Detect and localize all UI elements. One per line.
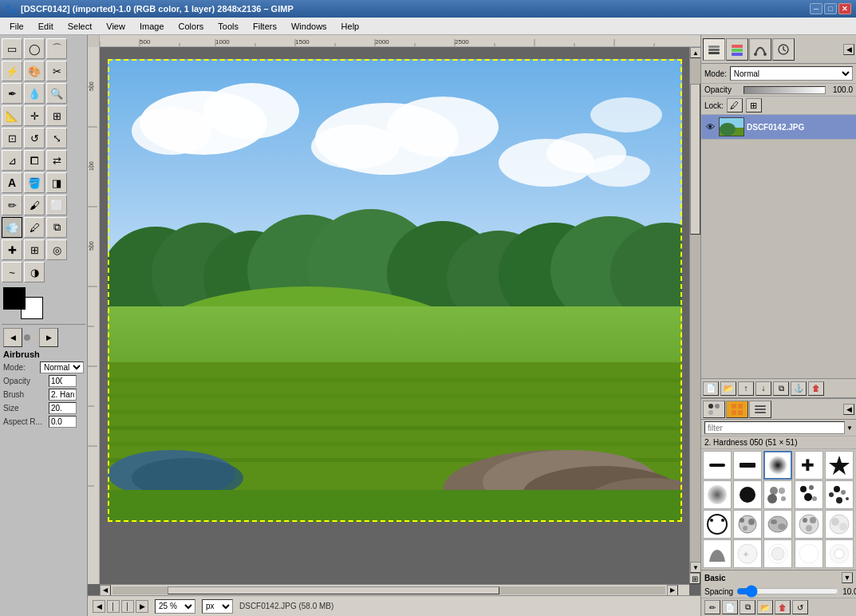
scroll-vertical-thumb[interactable] <box>690 84 700 235</box>
close-button[interactable]: ✕ <box>838 3 851 14</box>
brush-new-button[interactable]: 📄 <box>722 600 738 614</box>
tool-smudge[interactable]: ~ <box>2 262 22 282</box>
opacity-slider[interactable] <box>744 86 826 94</box>
status-nav-mid2[interactable]: │ <box>121 600 134 613</box>
brush-delete-button[interactable]: 🗑 <box>775 600 791 614</box>
layer-up-button[interactable]: ↑ <box>738 381 754 396</box>
brush-folder-button[interactable]: 📂 <box>757 600 773 614</box>
tool-crop[interactable]: ⊡ <box>2 128 22 148</box>
tool-text[interactable]: A <box>2 172 22 193</box>
scroll-horizontal-track[interactable] <box>112 586 665 594</box>
menu-windows[interactable]: Windows <box>285 20 333 33</box>
scroll-horizontal-thumb[interactable] <box>168 586 499 594</box>
tool-dodge-burn[interactable]: ◑ <box>24 262 45 282</box>
panel-expand-button[interactable]: ◀ <box>843 44 854 55</box>
tool-scissors[interactable]: ✂ <box>46 61 67 81</box>
menu-colors[interactable]: Colors <box>172 20 211 33</box>
tool-ink[interactable]: 🖊 <box>24 217 45 238</box>
brush-cell-2[interactable] <box>733 451 762 480</box>
options-dot-2[interactable] <box>31 334 37 341</box>
brush-cell-20[interactable] <box>825 539 854 568</box>
tool-color-picker[interactable]: 💧 <box>24 83 45 104</box>
lock-alpha-button[interactable]: ⊞ <box>746 98 762 113</box>
layer-new-button[interactable]: 📄 <box>703 381 719 396</box>
tool-paintbrush[interactable]: 🖌 <box>24 195 45 215</box>
mode-option-select[interactable]: Normal <box>40 361 84 373</box>
tool-zoom[interactable]: 🔍 <box>46 83 67 104</box>
menu-view[interactable]: View <box>100 20 132 33</box>
tool-perspective[interactable]: ⧠ <box>24 150 45 171</box>
brush-cell-18[interactable] <box>763 539 792 568</box>
brush-cell-11[interactable] <box>703 510 732 539</box>
brush-cell-14[interactable] <box>795 510 823 539</box>
brush-cell-15[interactable] <box>825 510 854 539</box>
brush-cell-7[interactable] <box>733 480 762 509</box>
brush-cell-3-selected[interactable] <box>763 451 792 480</box>
tool-clone[interactable]: ⧉ <box>46 217 67 238</box>
brush-dots-view-button[interactable] <box>703 401 725 418</box>
layer-open-button[interactable]: 📂 <box>720 381 736 396</box>
vertical-scrollbar[interactable]: ▲ ▼ <box>689 47 700 573</box>
tool-align[interactable]: ⊞ <box>46 105 67 126</box>
basic-expand-button[interactable]: ▼ <box>842 572 853 583</box>
tool-scale[interactable]: ⤡ <box>46 128 67 148</box>
scroll-left-button[interactable]: ◀ <box>100 585 111 596</box>
brush-option-input[interactable] <box>49 389 77 401</box>
tool-blur-sharpen[interactable]: ◎ <box>46 239 67 260</box>
units-select[interactable]: px mm in <box>202 599 233 614</box>
options-dot-1[interactable] <box>24 334 30 341</box>
foreground-color[interactable] <box>3 287 26 310</box>
layer-delete-button[interactable]: 🗑 <box>808 381 824 396</box>
brush-cell-12[interactable] <box>733 510 762 539</box>
aspect-option-input[interactable] <box>49 416 77 428</box>
tool-ellipse-select[interactable]: ◯ <box>24 38 45 59</box>
menu-filters[interactable]: Filters <box>247 20 283 33</box>
brush-orange-view-button[interactable] <box>726 401 748 418</box>
brush-filter-input[interactable] <box>704 421 845 434</box>
brush-cell-13[interactable] <box>763 510 792 539</box>
tool-rect-select[interactable]: ▭ <box>2 38 22 59</box>
menu-help[interactable]: Help <box>335 20 366 33</box>
tool-bucket[interactable]: 🪣 <box>24 172 45 193</box>
layer-down-button[interactable]: ↓ <box>755 381 771 396</box>
brush-cell-10[interactable] <box>825 480 854 509</box>
status-nav-mid1[interactable]: │ <box>107 600 120 613</box>
tool-paths[interactable]: ✒ <box>2 83 22 104</box>
options-nav-next[interactable]: ▶ <box>39 328 58 347</box>
brush-edit-button[interactable]: ✏ <box>704 600 720 614</box>
title-bar-controls[interactable]: ─ □ ✕ <box>810 3 851 14</box>
brush-cell-16[interactable] <box>703 539 732 568</box>
tool-eraser[interactable]: ⬜ <box>46 195 67 215</box>
panel-history-icon[interactable] <box>772 38 795 61</box>
horizontal-scrollbar[interactable]: ◀ ▶ <box>100 584 689 595</box>
tool-move[interactable]: ✛ <box>24 105 45 126</box>
tool-flip[interactable]: ⇄ <box>46 150 67 171</box>
brush-cell-17[interactable]: ✦ <box>733 539 762 568</box>
lock-pixels-button[interactable]: 🖊 <box>727 98 743 113</box>
tool-airbrush[interactable]: 💨 <box>2 217 22 238</box>
menu-edit[interactable]: Edit <box>32 20 60 33</box>
layer-item-0[interactable]: 👁 DSCF0142.JPG <box>701 115 856 140</box>
brush-cell-9[interactable] <box>795 480 823 509</box>
scroll-vertical-track[interactable] <box>690 58 700 562</box>
tool-fuzzy-select[interactable]: ⚡ <box>2 61 22 81</box>
options-nav-prev[interactable]: ◀ <box>3 328 22 347</box>
menu-select[interactable]: Select <box>61 20 99 33</box>
minimize-button[interactable]: ─ <box>810 3 822 14</box>
layer-anchor-button[interactable]: ⚓ <box>791 381 807 396</box>
brush-list-view-button[interactable] <box>749 401 771 418</box>
tool-blend[interactable]: ◨ <box>46 172 67 193</box>
layer-duplicate-button[interactable]: ⧉ <box>773 381 789 396</box>
opacity-option-input[interactable] <box>49 375 77 387</box>
status-nav-next[interactable]: ▶ <box>136 600 148 613</box>
brush-cell-8[interactable] <box>763 480 792 509</box>
brush-cell-5[interactable] <box>825 451 854 480</box>
tool-pencil[interactable]: ✏ <box>2 195 22 215</box>
scroll-right-button[interactable]: ▶ <box>667 585 678 596</box>
menu-image[interactable]: Image <box>133 20 171 33</box>
scroll-up-button[interactable]: ▲ <box>690 47 700 58</box>
panel-paths-icon[interactable] <box>749 38 771 61</box>
filter-dropdown-icon[interactable]: ▼ <box>846 424 853 432</box>
tool-rotate[interactable]: ↺ <box>24 128 45 148</box>
panel-layers-icon[interactable] <box>703 38 725 61</box>
